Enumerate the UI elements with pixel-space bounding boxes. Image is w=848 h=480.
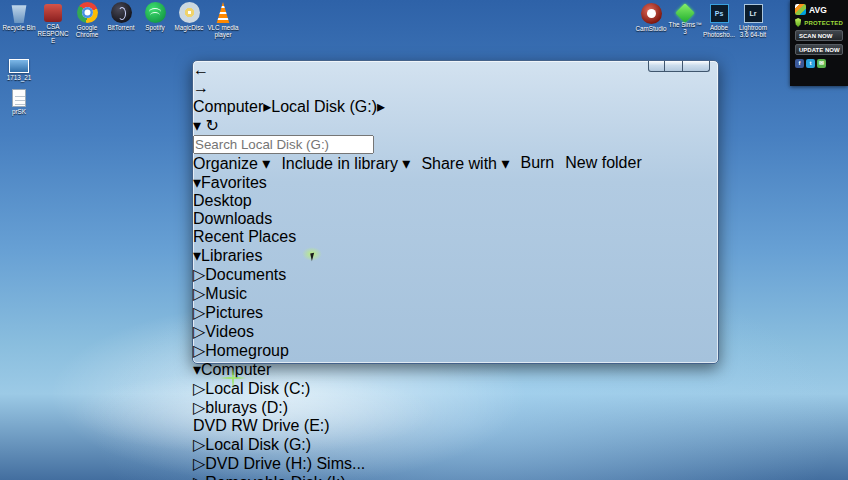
facebook-icon[interactable]: f xyxy=(795,59,804,68)
refresh-icon[interactable]: ↻ xyxy=(205,117,218,134)
toolbar-organize[interactable]: Organize ▾ xyxy=(193,154,270,173)
photoshop-icon: Ps xyxy=(710,4,729,23)
toolbar-new-folder[interactable]: New folder xyxy=(565,154,641,173)
desktop-icon-adobe-photosho[interactable]: PsAdobe Photosho... xyxy=(702,3,736,38)
sidebar-item-homegroup[interactable]: ▷Homegroup xyxy=(193,341,718,360)
sidebar-item-label: Recent Places xyxy=(193,228,296,245)
twitter-icon[interactable]: t xyxy=(806,59,815,68)
sidebar-item-computer[interactable]: ▾Computer xyxy=(193,360,718,379)
desktop-icon-lightroom-3-6-64-bit[interactable]: LrLightroom 3.6 64-bit xyxy=(736,3,770,38)
sims-icon xyxy=(675,3,695,23)
desktop-icon-label: CamStudio xyxy=(634,25,668,32)
desktop-icons-left-column: 1713_21prSK xyxy=(2,56,36,123)
chevron-down-icon: ▾ xyxy=(497,155,509,172)
chevron-down-icon: ▾ xyxy=(398,155,410,172)
sidebar-item-videos[interactable]: ▷Videos xyxy=(193,322,718,341)
toolbar-burn[interactable]: Burn xyxy=(520,154,554,173)
update-now-button[interactable]: UPDATE NOW xyxy=(795,44,843,55)
expander-icon[interactable]: ▷ xyxy=(193,380,205,397)
sidebar-item-blurays-d[interactable]: ▷blurays (D:) xyxy=(193,398,718,417)
desktop-icon-csa-responce[interactable]: CSA RESPONCE xyxy=(36,2,70,44)
expander-icon[interactable]: ▷ xyxy=(193,342,205,359)
desktop-icon-spotify[interactable]: Spotify xyxy=(138,2,172,44)
sidebar-item-label: Pictures xyxy=(205,304,263,321)
sidebar-item-label: Downloads xyxy=(193,210,272,227)
search-input[interactable] xyxy=(193,135,374,154)
sidebar-item-label: Favorites xyxy=(201,174,267,191)
desktop-icon-camstudio[interactable]: CamStudio xyxy=(634,3,668,38)
sidebar-item-dvd-drive-h-sims[interactable]: ▷DVD Drive (H:) Sims... xyxy=(193,454,718,473)
sidebar-item-local-disk-c[interactable]: ▷Local Disk (C:) xyxy=(193,379,718,398)
expander-icon[interactable]: ▷ xyxy=(193,285,205,302)
desktop-icon-the-sims-3[interactable]: The Sims™ 3 xyxy=(668,3,702,38)
sidebar-item-favorites[interactable]: ▾Favorites xyxy=(193,173,718,192)
back-button[interactable]: ← xyxy=(193,61,718,79)
desktop-icon-label: Recycle Bin xyxy=(2,24,36,31)
desktop-icon-recycle-bin[interactable]: Recycle Bin xyxy=(2,2,36,44)
scan-now-button[interactable]: SCAN NOW xyxy=(795,30,843,41)
avg-brand: AVG xyxy=(809,5,827,15)
desktop-icon-magicdisc[interactable]: MagicDisc xyxy=(172,2,206,44)
desktop-icon-prsk[interactable]: prSK xyxy=(2,89,36,115)
address-bar[interactable]: Computer▸Local Disk (G:)▸ ▾ ↻ xyxy=(193,97,718,135)
desktop-icon-vlc-media-player[interactable]: VLC media player xyxy=(206,2,240,44)
sidebar-item-music[interactable]: ▷Music xyxy=(193,284,718,303)
sidebar-item-desktop[interactable]: Desktop xyxy=(193,192,718,210)
sidebar-item-label: Removable Disk (I:) xyxy=(205,474,345,480)
navigation-pane: ▾FavoritesDesktopDownloadsRecent Places▾… xyxy=(193,173,718,480)
desktop-icon-label: Lightroom 3.6 64-bit xyxy=(736,24,770,38)
sidebar-item-removable-disk-i[interactable]: ▷Removable Disk (I:) xyxy=(193,473,718,480)
avg-logo-icon xyxy=(795,4,806,15)
sidebar-item-pictures[interactable]: ▷Pictures xyxy=(193,303,718,322)
chat-icon[interactable]: ✉ xyxy=(817,59,826,68)
expander-icon[interactable]: ▾ xyxy=(193,247,201,264)
desktop-icons-top-row: Recycle BinCSA RESPONCEGoogle ChromeBitT… xyxy=(2,2,240,44)
expander-icon[interactable]: ▾ xyxy=(193,361,201,378)
expander-icon[interactable]: ▷ xyxy=(193,266,205,283)
spotify-icon xyxy=(145,2,166,23)
desktop-icon-label: MagicDisc xyxy=(172,24,206,31)
avg-header: AVG xyxy=(795,4,843,15)
screen: Recycle BinCSA RESPONCEGoogle ChromeBitT… xyxy=(0,0,848,480)
sidebar-item-documents[interactable]: ▷Documents xyxy=(193,265,718,284)
vlc-icon xyxy=(213,2,234,23)
forward-button[interactable]: → xyxy=(193,79,718,97)
minimize-button[interactable] xyxy=(648,61,665,72)
chrome-icon xyxy=(77,2,98,23)
expander-icon[interactable]: ▷ xyxy=(193,399,205,416)
sidebar-item-label: Computer xyxy=(201,361,271,378)
magicdisc-icon xyxy=(179,2,200,23)
breadcrumb-item-computer[interactable]: Computer xyxy=(193,98,263,116)
expander-icon[interactable]: ▷ xyxy=(193,323,205,340)
sidebar-item-libraries[interactable]: ▾Libraries xyxy=(193,246,718,265)
desktop-icon-label: Adobe Photosho... xyxy=(702,24,736,38)
toolbar-share-with[interactable]: Share with ▾ xyxy=(421,154,509,173)
sidebar-item-label: Desktop xyxy=(193,192,252,209)
desktop-icon-bittorrent[interactable]: BitTorrent xyxy=(104,2,138,44)
bittorrent-icon xyxy=(111,2,132,23)
breadcrumb-item-local-disk-g[interactable]: Local Disk (G:) xyxy=(271,98,377,116)
sidebar-item-recent-places[interactable]: Recent Places xyxy=(193,228,718,246)
recycle-bin-icon xyxy=(9,2,30,23)
desktop-icon-label: 1713_21 xyxy=(2,74,36,81)
desktop-icon-google-chrome[interactable]: Google Chrome xyxy=(70,2,104,44)
sidebar-item-label: Local Disk (C:) xyxy=(205,380,310,397)
csa-icon xyxy=(44,4,62,22)
expander-icon[interactable]: ▷ xyxy=(193,455,205,472)
sidebar-item-label: Videos xyxy=(205,323,254,340)
close-button[interactable] xyxy=(682,61,710,72)
address-dropdown-icon[interactable]: ▾ xyxy=(193,117,201,134)
expander-icon[interactable]: ▷ xyxy=(193,474,205,480)
image-icon xyxy=(9,59,29,73)
toolbar-include-in-library[interactable]: Include in library ▾ xyxy=(281,154,410,173)
search-box xyxy=(193,135,718,154)
sidebar-item-local-disk-g[interactable]: ▷Local Disk (G:) xyxy=(193,435,718,454)
maximize-button[interactable] xyxy=(665,61,682,72)
expander-icon[interactable]: ▷ xyxy=(193,304,205,321)
desktop-icon-1713-21[interactable]: 1713_21 xyxy=(2,59,36,81)
sidebar-item-label: DVD RW Drive (E:) xyxy=(193,417,330,434)
expander-icon[interactable]: ▾ xyxy=(193,174,201,191)
expander-icon[interactable]: ▷ xyxy=(193,436,205,453)
sidebar-item-dvd-rw-drive-e[interactable]: DVD RW Drive (E:) xyxy=(193,417,718,435)
sidebar-item-downloads[interactable]: Downloads xyxy=(193,210,718,228)
